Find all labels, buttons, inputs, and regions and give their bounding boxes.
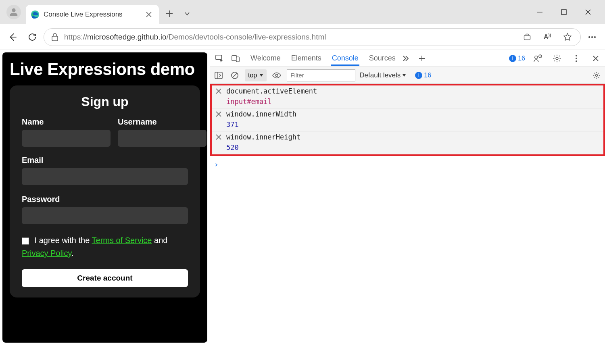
expression-text[interactable]: window.innerWidth: [226, 110, 296, 118]
password-input[interactable]: [22, 207, 188, 224]
context-selector[interactable]: top: [245, 69, 267, 81]
privacy-link[interactable]: Privacy Policy: [22, 249, 71, 258]
svg-point-18: [276, 74, 278, 77]
devices-icon: [231, 54, 240, 63]
live-expression-row: window.innerWidth 371: [212, 108, 603, 131]
live-expression-row: window.innerHeight 520: [212, 131, 603, 154]
refresh-button[interactable]: [24, 29, 40, 45]
console-prompt[interactable]: ›: [210, 156, 605, 173]
svg-rect-3: [524, 35, 530, 40]
shopping-button[interactable]: [522, 31, 533, 43]
filter-input[interactable]: [287, 69, 355, 81]
svg-point-10: [535, 56, 538, 58]
maximize-icon: [561, 9, 567, 15]
close-icon: [146, 12, 152, 17]
feedback-button[interactable]: [531, 52, 544, 65]
log-levels-select[interactable]: Default levels: [359, 71, 406, 79]
minimize-icon: [536, 9, 543, 15]
profile-avatar[interactable]: [6, 5, 21, 19]
svg-point-14: [576, 58, 577, 59]
inspect-icon: [215, 54, 224, 63]
edge-icon: [31, 10, 40, 19]
toolbar-issues-badge[interactable]: i 16: [415, 72, 431, 79]
briefcase-icon: [523, 33, 531, 41]
devtools-close-button[interactable]: [589, 52, 603, 65]
close-icon: [216, 88, 221, 94]
svg-point-12: [556, 57, 558, 60]
devtools-more-button[interactable]: [570, 52, 583, 65]
dots-vertical-icon: [575, 54, 578, 62]
close-icon: [216, 134, 221, 140]
expression-text[interactable]: document.activeElement: [226, 87, 317, 95]
svg-point-5: [591, 36, 593, 38]
url-text: https://microsoftedge.github.io/Demos/de…: [64, 33, 326, 42]
svg-rect-2: [52, 36, 58, 41]
console-settings-button[interactable]: [590, 69, 603, 81]
url-field[interactable]: https://microsoftedge.github.io/Demos/de…: [44, 28, 581, 46]
devtools-tabbar: Welcome Elements Console Sources i 16: [210, 50, 605, 67]
settings-more-button[interactable]: [584, 29, 600, 45]
tab-actions-button[interactable]: [180, 6, 194, 21]
lock-icon: [51, 33, 58, 41]
tab-close-button[interactable]: [145, 11, 152, 18]
tab-sources[interactable]: Sources: [368, 51, 396, 66]
expression-result: input#email: [212, 97, 603, 108]
create-account-button[interactable]: Create account: [22, 269, 188, 287]
svg-point-6: [594, 36, 596, 38]
username-input[interactable]: [118, 130, 207, 147]
star-icon: [563, 33, 572, 42]
new-tab-button[interactable]: [162, 6, 177, 21]
back-button[interactable]: [5, 29, 21, 45]
maximize-button[interactable]: [558, 6, 570, 18]
window-controls: [534, 6, 602, 18]
page-heading: Live Expressions demo: [10, 60, 200, 79]
plus-icon: [418, 55, 426, 62]
svg-rect-1: [561, 10, 566, 15]
browser-tab[interactable]: Console Live Expressions: [26, 5, 159, 24]
tab-elements[interactable]: Elements: [290, 51, 322, 66]
toggle-sidebar-button[interactable]: [213, 69, 225, 81]
clear-icon: [231, 71, 239, 79]
remove-expression-button[interactable]: [215, 87, 222, 95]
info-icon: i: [415, 72, 422, 79]
feedback-icon: [533, 54, 542, 62]
more-tabs-button[interactable]: [399, 52, 413, 65]
expression-result: 520: [212, 143, 603, 154]
agree-checkbox[interactable]: [22, 237, 29, 245]
clear-console-button[interactable]: [229, 69, 241, 81]
window-close-button[interactable]: [582, 6, 594, 18]
name-label: Name: [22, 117, 111, 127]
device-toggle-button[interactable]: [229, 52, 242, 65]
devtools-settings-button[interactable]: [550, 52, 564, 65]
live-expressions-region: document.activeElement input#email windo…: [210, 84, 605, 156]
tos-link[interactable]: Terms of Service: [92, 236, 152, 245]
tab-console[interactable]: Console: [331, 51, 359, 66]
minimize-button[interactable]: [534, 6, 545, 18]
svg-point-19: [596, 74, 598, 76]
live-expression-button[interactable]: [271, 69, 283, 81]
expression-text[interactable]: window.innerHeight: [226, 133, 300, 141]
name-input[interactable]: [22, 130, 111, 147]
read-aloud-button[interactable]: A)): [542, 31, 553, 43]
address-bar: https://microsoftedge.github.io/Demos/de…: [0, 24, 605, 50]
refresh-icon: [27, 32, 37, 42]
agree-text: I agree with the Terms of Service and Pr…: [22, 234, 188, 260]
expression-result: 371: [212, 120, 603, 131]
inspect-element-button[interactable]: [213, 52, 226, 65]
text-cursor: [222, 160, 223, 168]
form-title: Sign up: [22, 94, 188, 109]
page-viewport: Live Expressions demo Sign up Name Usern…: [0, 50, 210, 364]
person-icon: [9, 8, 18, 17]
remove-expression-button[interactable]: [215, 133, 222, 141]
console-toolbar: top Default levels i 16: [210, 67, 605, 84]
add-tab-button[interactable]: [415, 52, 429, 65]
chevron-down-icon: [184, 11, 190, 17]
favorite-button[interactable]: [562, 31, 573, 43]
issues-badge[interactable]: i 16: [509, 55, 525, 62]
live-expression-row: document.activeElement input#email: [212, 85, 603, 108]
remove-expression-button[interactable]: [215, 110, 222, 118]
email-input[interactable]: [22, 168, 188, 185]
close-icon: [592, 55, 599, 62]
tab-welcome[interactable]: Welcome: [250, 51, 282, 66]
gear-icon: [553, 54, 561, 63]
